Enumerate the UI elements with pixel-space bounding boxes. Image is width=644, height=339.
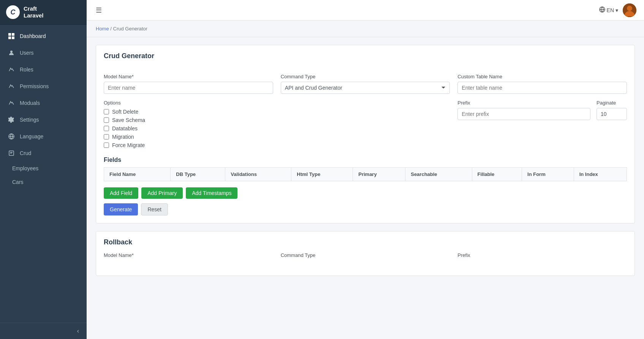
lang-label: EN — [607, 7, 614, 13]
rollback-command-type-group: Command Type — [281, 252, 450, 260]
svg-point-9 — [627, 6, 632, 11]
sidebar-item-dashboard[interactable]: Dashboard — [0, 28, 87, 44]
collapse-button[interactable]: ‹ — [77, 328, 79, 334]
hamburger-button[interactable]: ☰ — [94, 5, 103, 16]
sidebar-item-language[interactable]: Language — [0, 128, 87, 145]
sidebar-collapse: ‹ — [0, 323, 87, 339]
save-schema-checkbox[interactable] — [104, 117, 109, 123]
th-field-name: Field Name — [104, 168, 171, 181]
sidebar-nav: Dashboard Users Roles Permissions Modual… — [0, 25, 87, 323]
rollback-card: Rollback Model Name* Command Type Prefix — [96, 231, 635, 276]
sidebar-item-roles[interactable]: Roles — [0, 61, 87, 78]
paginate-group: Paginate — [597, 100, 627, 120]
logo-icon: C — [6, 5, 20, 19]
fields-table-head: Field Name DB Type Validations Html Type… — [104, 168, 627, 181]
globe-icon — [599, 6, 605, 14]
paginate-input[interactable] — [597, 108, 627, 120]
migration-checkbox[interactable] — [104, 134, 109, 139]
svg-rect-2 — [8, 36, 11, 39]
page-title: Crud Generator — [104, 52, 627, 60]
custom-table-name-input[interactable] — [457, 82, 627, 94]
sidebar-item-permissions[interactable]: Permissions — [0, 78, 87, 95]
crud-generator-card: Crud Generator Model Name* Command Type … — [96, 45, 635, 223]
th-html-type: Html Type — [291, 168, 353, 181]
topbar-left: ☰ — [94, 5, 103, 16]
th-in-form: In Form — [522, 168, 574, 181]
content: Home / Crud Generator Crud Generator Mod… — [87, 21, 644, 339]
prefix-paginate-row: Prefix Paginate — [457, 100, 627, 120]
th-searchable: Searchable — [405, 168, 472, 181]
fields-table-wrapper: Field Name DB Type Validations Html Type… — [104, 167, 627, 187]
card-body: Model Name* Command Type API and Crud Ge… — [96, 66, 635, 223]
custom-table-name-label: Custom Table Name — [457, 74, 627, 79]
fields-section: Fields Field Name DB Type Validations Ht… — [104, 157, 627, 215]
sidebar-item-employees[interactable]: Employees — [0, 162, 87, 175]
card-header: Crud Generator — [96, 45, 635, 60]
rollback-prefix-group: Prefix — [457, 252, 627, 260]
fields-title: Fields — [104, 157, 627, 163]
options-label: Options — [104, 100, 273, 106]
command-type-select[interactable]: API and Crud Generator Crud Generator AP… — [281, 82, 450, 94]
user-avatar[interactable] — [623, 3, 636, 17]
sidebar-item-settings[interactable]: Settings — [0, 111, 87, 128]
language-button[interactable]: EN ▾ — [599, 6, 618, 14]
sidebar-item-crud-label: Crud — [20, 150, 31, 156]
soft-delete-label[interactable]: Soft Delete — [112, 109, 138, 115]
svg-rect-1 — [12, 33, 14, 36]
save-schema-label[interactable]: Save Schema — [112, 117, 145, 123]
th-in-index: In Index — [574, 168, 627, 181]
add-field-button[interactable]: Add Field — [104, 187, 138, 199]
sidebar-item-employees-label: Employees — [12, 165, 38, 171]
force-migrate-checkbox[interactable] — [104, 143, 109, 148]
form-row-2: Options Soft Delete Save Schema — [104, 100, 627, 150]
sidebar-item-users[interactable]: Users — [0, 44, 87, 61]
migration-label[interactable]: Migration — [112, 134, 134, 140]
sidebar-item-moduals[interactable]: Moduals — [0, 95, 87, 111]
datatables-label[interactable]: Datatables — [112, 125, 138, 131]
roles-icon — [8, 66, 15, 73]
soft-delete-checkbox[interactable] — [104, 109, 109, 114]
sidebar-item-cars-label: Cars — [12, 179, 24, 185]
sidebar-item-cars[interactable]: Cars — [0, 175, 87, 189]
generate-button[interactable]: Generate — [104, 203, 138, 215]
model-name-input[interactable] — [104, 82, 273, 94]
th-primary: Primary — [353, 168, 405, 181]
sidebar-item-roles-label: Roles — [20, 67, 33, 73]
chevron-down-icon: ▾ — [616, 7, 618, 13]
add-primary-button[interactable]: Add Primary — [141, 187, 183, 199]
reset-button[interactable]: Reset — [141, 203, 168, 215]
rollback-title: Rollback — [96, 231, 635, 246]
add-timestamps-button[interactable]: Add Timestamps — [186, 187, 237, 199]
main: ☰ EN ▾ Home / Crud Generator — [87, 0, 644, 339]
sidebar-item-users-label: Users — [20, 50, 34, 56]
rollback-form-row: Model Name* Command Type Prefix — [96, 246, 635, 260]
datatables-checkbox[interactable] — [104, 126, 109, 131]
prefix-group: Prefix — [457, 100, 590, 120]
topbar-right: EN ▾ — [599, 3, 636, 17]
fields-table: Field Name DB Type Validations Html Type… — [104, 167, 627, 181]
settings-icon — [8, 116, 15, 124]
th-fillable: Fillable — [472, 168, 522, 181]
sidebar-item-crud[interactable]: Crud — [0, 145, 87, 162]
permissions-icon — [8, 82, 15, 90]
force-migrate-label[interactable]: Force Migrate — [112, 142, 145, 148]
model-name-group: Model Name* — [104, 74, 273, 94]
sidebar-item-settings-label: Settings — [20, 117, 39, 123]
users-icon — [8, 49, 15, 57]
field-action-buttons: Add Field Add Primary Add Timestamps — [104, 187, 627, 199]
checkbox-migration: Migration — [104, 134, 273, 140]
th-validations: Validations — [225, 168, 291, 181]
paginate-label: Paginate — [597, 100, 627, 106]
form-row-1: Model Name* Command Type API and Crud Ge… — [104, 74, 627, 94]
checkbox-force-migrate: Force Migrate — [104, 142, 273, 148]
logo-text: Craft Laravel — [24, 5, 44, 19]
breadcrumb-home[interactable]: Home — [96, 26, 109, 32]
command-type-group: Command Type API and Crud Generator Crud… — [281, 74, 450, 94]
checkbox-soft-delete: Soft Delete — [104, 109, 273, 115]
prefix-input[interactable] — [457, 108, 590, 120]
breadcrumb-separator: / — [110, 26, 112, 32]
sidebar-item-language-label: Language — [20, 133, 43, 139]
svg-rect-3 — [12, 36, 14, 39]
topbar: ☰ EN ▾ — [87, 0, 644, 21]
page-body: Crud Generator Model Name* Command Type … — [87, 37, 644, 291]
